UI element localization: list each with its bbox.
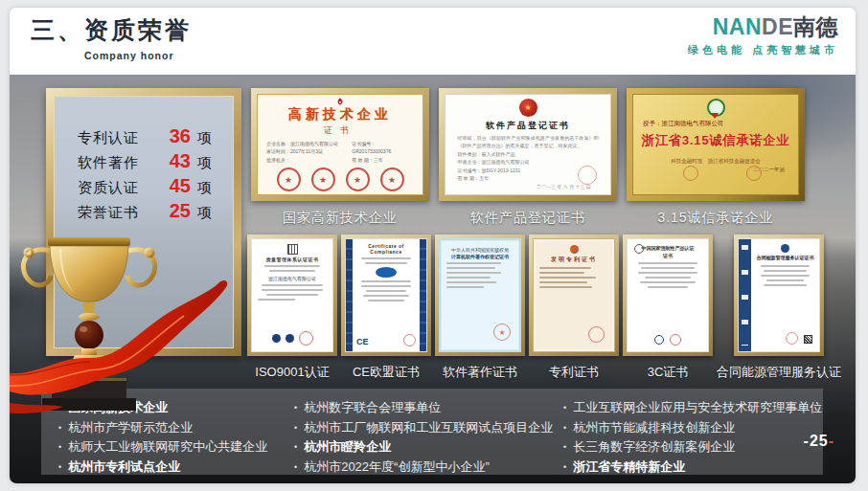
- certificate-315-plaque: 授予：浙江南德电气有限公司 浙江省3.15诚信承诺企业 科技金融时报 浙江省科技…: [627, 88, 805, 201]
- field-text: 证书编号：GR201733000376: [352, 140, 414, 156]
- cqc-logo-icon: [654, 335, 664, 345]
- certificate-software-product-inner: 软件产品登记证书 经审核，符合《鼓励软件产业和集成电路产业发展的若干政策》和《软…: [445, 94, 611, 195]
- certificates-row-2: 质量管理体系认证证书 浙江南德电气有限公司 ISO9001认证: [247, 234, 841, 381]
- certificate-caption: 国家高新技术企业: [283, 210, 398, 227]
- certificate-header: 中华人民共和国国家版权局: [441, 247, 519, 253]
- certificate-title: 发明专利证书: [534, 256, 614, 264]
- certificate-title: 计算机软件著作权登记证书: [441, 254, 519, 259]
- certificate-caption: CE欧盟证书: [353, 364, 420, 381]
- certificate-item: 软件产品登记证书 经审核，符合《鼓励软件产业和集成电路产业发展的若干政策》和《软…: [439, 88, 617, 227]
- certificate-caption: 3C证书: [648, 364, 689, 381]
- stat-unit: 项: [197, 204, 212, 222]
- certificate-caption: ISO9001认证: [255, 364, 329, 381]
- logo-wordmark: NANDE南德: [688, 16, 838, 38]
- stamp-icon: [670, 334, 681, 346]
- torch-icon: [334, 98, 346, 106]
- certificate-item: 授予：浙江南德电气有限公司 浙江省3.15诚信承诺企业 科技金融时报 浙江省科技…: [627, 88, 805, 227]
- certificate-item: 合同能源管理服务认证证书 合同能源管理服务认证: [717, 234, 841, 381]
- stat-unit: 项: [197, 179, 212, 197]
- certificate-item: 发明专利证书 专利证书: [529, 234, 619, 381]
- certificate-caption: 专利证书: [549, 364, 599, 381]
- stamp-icon: [277, 167, 301, 191]
- certificate-title: Certificate of Compliance: [355, 243, 417, 255]
- stat-label: 资质认证: [78, 179, 156, 197]
- patent-logo-icon: [570, 245, 579, 254]
- stamp-icon: [786, 332, 798, 345]
- award-to-text: 授予：浙江南德电气有限公司: [643, 120, 792, 128]
- certificate-software-product: 软件产品登记证书 经审核，符合《鼓励软件产业和集成电路产业发展的若干政策》和《软…: [439, 88, 617, 201]
- honor-item: 杭师大工业物联网研究中心共建企业: [58, 437, 283, 458]
- ce-mark: CE: [356, 337, 369, 346]
- blue-sidebar: [739, 239, 751, 351]
- honor-item: 杭州市2022年度“创新型中小企业”: [294, 458, 552, 478]
- honor-item: 浙江省专精特新企业: [563, 458, 822, 478]
- stat-row: 软件著作 43 项: [78, 150, 233, 169]
- certificate-energy-management-inner: 合同能源管理服务认证证书: [738, 238, 820, 352]
- stamp-icon: [403, 334, 416, 346]
- page-number-value: 25: [810, 433, 829, 449]
- national-emblem-icon: [519, 99, 537, 117]
- certificate-caption: 软件著作证书: [443, 364, 517, 381]
- certificate-title: 质量管理体系认证证书: [252, 257, 332, 262]
- logo-text-primary: NAN: [713, 14, 762, 39]
- certificate-caption: 合同能源管理服务认证: [717, 364, 841, 381]
- honor-item: 长三角数字经济创新案例企业: [563, 437, 822, 458]
- background-photo: 专利认证 36 项 软件著作 43 项 资质认证 45 项 荣誉证书 25: [10, 75, 856, 483]
- stat-label: 荣誉证书: [78, 204, 156, 222]
- certificate-patent-inner: 发明专利证书: [533, 238, 615, 352]
- certificate-item: 高新技术企业 证书 企业名称：浙江南德电气有限公司 发证时间：2017年11月3…: [251, 88, 429, 227]
- certificate-energy-management: 合同能源管理服务认证证书: [734, 234, 824, 356]
- stamp-icon: [588, 326, 605, 343]
- red-stamps: [277, 167, 404, 191]
- certificate-iso9001: 质量管理体系认证证书 浙江南德电气有限公司: [247, 234, 337, 356]
- term-text: 二〇二一年届: [639, 167, 785, 173]
- accreditation-marks: [252, 331, 332, 346]
- certificate-title: 合同能源管理服务认证证书: [755, 255, 815, 262]
- slide: 三、资质荣誉 Company honor NANDE南德 绿色电能 点亮智慧城市…: [10, 8, 856, 483]
- stamp-icon: [299, 331, 313, 346]
- iaf-logo-icon: [272, 334, 281, 343]
- stat-row: 资质认证 45 项: [78, 175, 233, 194]
- ccc-logo-icon: [634, 244, 644, 254]
- certification-marks: [628, 334, 708, 346]
- certificate-ce-inner: Certificate of Compliance CE: [345, 238, 427, 352]
- org-text: 浙江南德电气有限公司: [252, 276, 332, 281]
- stat-label: 专利认证: [78, 129, 156, 147]
- stamp-icon: [346, 167, 370, 191]
- cnas-logo-icon: [286, 334, 294, 343]
- field-text: 批准机关：: [266, 156, 352, 165]
- certificate-item: 质量管理体系认证证书 浙江南德电气有限公司 ISO9001认证: [247, 234, 337, 381]
- green-badge-icon: [707, 99, 725, 117]
- certificate-patent: 发明专利证书: [529, 234, 619, 356]
- page-subtitle: Company honor: [84, 50, 174, 61]
- certificate-3c-inner: 中国国家强制性产品认证证书: [627, 238, 709, 352]
- issuer-text: 科技金融时报 浙江省科技金融促进会: [639, 158, 792, 165]
- honor-item: 杭州市节能减排科技创新企业: [563, 418, 822, 438]
- stat-value: 43: [156, 150, 191, 172]
- gbc-logo-icon: [781, 244, 789, 253]
- field-text: 申请企业：浙江南德电气有限公司: [457, 158, 598, 167]
- qr-code-icon: [804, 335, 812, 344]
- certificate-caption: 3.15诚信承诺企业: [657, 210, 773, 227]
- certificate-high-tech-inner: 高新技术企业 证书 企业名称：浙江南德电气有限公司 发证时间：2017年11月3…: [257, 94, 423, 195]
- stat-label: 软件著作: [78, 154, 156, 172]
- stamp-icon: [578, 166, 597, 185]
- certificate-software-copyright-inner: 中华人民共和国国家版权局 计算机软件著作权登记证书: [439, 238, 521, 352]
- field-text: 软件类别：嵌入式软件产品: [457, 150, 598, 159]
- honors-column-3: 工业互联网企业应用与安全技术研究理事单位 杭州市节能减排科技创新企业 长三角数字…: [552, 398, 822, 475]
- seal-mark-icon: [287, 244, 298, 255]
- certificate-date: 二〇一三 年 八 月 十三 日: [537, 184, 591, 190]
- certificate-title: 高新技术企业: [288, 106, 392, 123]
- page-title: 三、资质荣誉: [31, 14, 192, 46]
- stat-row: 荣誉证书 25 项: [78, 200, 233, 219]
- honor-item: 杭州数字联合会理事单位: [294, 398, 552, 418]
- certificate-high-tech: 高新技术企业 证书 企业名称：浙江南德电气有限公司 发证时间：2017年11月3…: [251, 88, 429, 201]
- certificate-item: Certificate of Compliance CE CE欧盟证书: [341, 234, 431, 381]
- stamp-icon: [493, 324, 511, 341]
- field-text: 有 效 期：三年: [352, 156, 414, 165]
- honor-item: 杭州市工厂物联网和工业互联网试点项目企业: [294, 418, 552, 438]
- stat-value: 45: [156, 175, 191, 197]
- stat-row: 专利认证 36 项: [78, 125, 233, 145]
- certificate-315-inner: 授予：浙江南德电气有限公司 浙江省3.15诚信承诺企业 科技金融时报 浙江省科技…: [632, 94, 799, 195]
- stat-unit: 项: [197, 154, 212, 172]
